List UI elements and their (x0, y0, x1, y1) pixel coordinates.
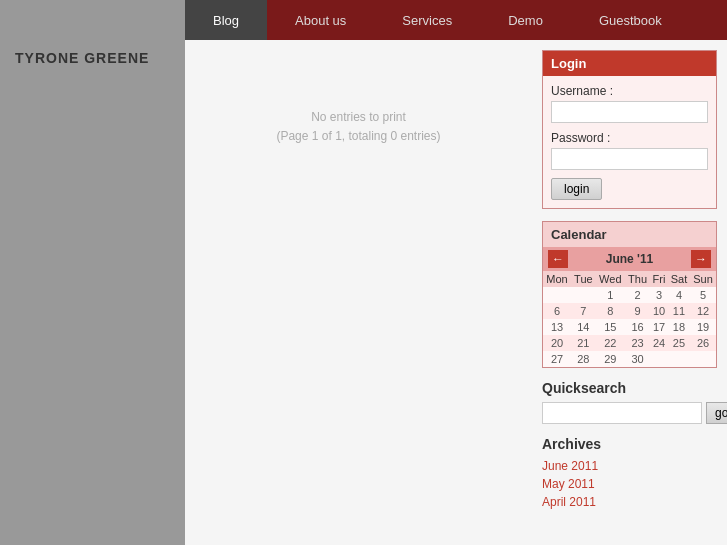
calendar-week-row: 12345 (543, 287, 716, 303)
archives-widget: Archives June 2011May 2011April 2011 (542, 436, 717, 509)
calendar-day-header: Tue (571, 271, 596, 287)
calendar-day-header: Sat (668, 271, 690, 287)
calendar-day-cell[interactable]: 19 (690, 319, 716, 335)
calendar-day-header: Sun (690, 271, 716, 287)
calendar-day-cell[interactable]: 30 (625, 351, 650, 367)
calendar-day-cell[interactable]: 11 (668, 303, 690, 319)
calendar-day-cell (571, 287, 596, 303)
calendar-day-cell (543, 287, 571, 303)
calendar-day-cell (668, 351, 690, 367)
calendar-next-button[interactable]: → (691, 250, 711, 268)
archive-link[interactable]: May 2011 (542, 477, 595, 491)
right-sidebar: Login Username : Password : login Calend… (532, 40, 727, 545)
calendar-day-header: Thu (625, 271, 650, 287)
calendar-day-cell[interactable]: 20 (543, 335, 571, 351)
archive-link[interactable]: April 2011 (542, 495, 596, 509)
nav-item-about[interactable]: About us (267, 0, 374, 40)
nav-item-blog[interactable]: Blog (185, 0, 267, 40)
calendar-day-cell[interactable]: 1 (596, 287, 625, 303)
calendar-day-cell[interactable]: 24 (650, 335, 668, 351)
calendar-day-cell[interactable]: 23 (625, 335, 650, 351)
calendar-day-cell[interactable]: 22 (596, 335, 625, 351)
archive-item: June 2011 (542, 458, 717, 473)
username-label: Username : (551, 84, 708, 98)
calendar-day-cell[interactable]: 16 (625, 319, 650, 335)
nav-item-guestbook[interactable]: Guestbook (571, 0, 690, 40)
login-title: Login (543, 51, 716, 76)
calendar-day-header: Mon (543, 271, 571, 287)
site-title: TYRONE GREENE (15, 50, 149, 66)
calendar-day-cell[interactable]: 5 (690, 287, 716, 303)
username-input[interactable] (551, 101, 708, 123)
no-entries-text: No entries to print (205, 110, 512, 124)
calendar-day-cell[interactable]: 18 (668, 319, 690, 335)
calendar-day-cell[interactable]: 6 (543, 303, 571, 319)
calendar-day-cell[interactable]: 25 (668, 335, 690, 351)
calendar-month-label: June '11 (606, 252, 654, 266)
calendar-day-cell (650, 351, 668, 367)
quicksearch-button[interactable]: go (706, 402, 727, 424)
calendar-day-cell (690, 351, 716, 367)
quicksearch-title: Quicksearch (542, 380, 717, 396)
calendar-day-cell[interactable]: 12 (690, 303, 716, 319)
calendar-days-row: MonTueWedThuFriSatSun (543, 271, 716, 287)
calendar-day-header: Wed (596, 271, 625, 287)
calendar-day-cell[interactable]: 9 (625, 303, 650, 319)
calendar-week-row: 6789101112 (543, 303, 716, 319)
content-area: No entries to print (Page 1 of 1, totali… (185, 40, 532, 545)
calendar-day-cell[interactable]: 14 (571, 319, 596, 335)
calendar-day-cell[interactable]: 7 (571, 303, 596, 319)
archive-item: April 2011 (542, 494, 717, 509)
calendar-day-cell[interactable]: 28 (571, 351, 596, 367)
calendar-day-header: Fri (650, 271, 668, 287)
calendar-prev-button[interactable]: ← (548, 250, 568, 268)
password-input[interactable] (551, 148, 708, 170)
calendar-day-cell[interactable]: 4 (668, 287, 690, 303)
pagination-text: (Page 1 of 1, totaling 0 entries) (205, 129, 512, 143)
calendar-day-cell[interactable]: 17 (650, 319, 668, 335)
calendar-body: 1234567891011121314151617181920212223242… (543, 287, 716, 367)
login-widget: Login Username : Password : login (542, 50, 717, 209)
password-label: Password : (551, 131, 708, 145)
top-navigation: Blog About us Services Demo Guestbook (185, 0, 727, 40)
calendar-day-cell[interactable]: 3 (650, 287, 668, 303)
calendar-day-cell[interactable]: 10 (650, 303, 668, 319)
nav-item-demo[interactable]: Demo (480, 0, 571, 40)
calendar-day-cell[interactable]: 2 (625, 287, 650, 303)
no-entries-section: No entries to print (Page 1 of 1, totali… (205, 110, 512, 143)
calendar-day-cell[interactable]: 8 (596, 303, 625, 319)
calendar-week-row: 20212223242526 (543, 335, 716, 351)
calendar-table: MonTueWedThuFriSatSun 123456789101112131… (543, 271, 716, 367)
calendar-day-cell[interactable]: 26 (690, 335, 716, 351)
nav-item-services[interactable]: Services (374, 0, 480, 40)
calendar-title: Calendar (551, 227, 607, 242)
calendar-header: ← June '11 → (543, 247, 716, 271)
quicksearch-input[interactable] (542, 402, 702, 424)
calendar-day-cell[interactable]: 27 (543, 351, 571, 367)
calendar-day-cell[interactable]: 29 (596, 351, 625, 367)
archive-item: May 2011 (542, 476, 717, 491)
calendar-day-cell[interactable]: 13 (543, 319, 571, 335)
calendar-day-cell[interactable]: 15 (596, 319, 625, 335)
quicksearch-row: go (542, 402, 717, 424)
archive-link[interactable]: June 2011 (542, 459, 598, 473)
archives-list: June 2011May 2011April 2011 (542, 458, 717, 509)
main-layout: No entries to print (Page 1 of 1, totali… (185, 40, 727, 545)
login-button[interactable]: login (551, 178, 602, 200)
quicksearch-widget: Quicksearch go (542, 380, 717, 424)
calendar-day-cell[interactable]: 21 (571, 335, 596, 351)
login-form: Username : Password : login (543, 76, 716, 208)
archives-title: Archives (542, 436, 717, 452)
calendar-week-row: 13141516171819 (543, 319, 716, 335)
calendar-week-row: 27282930 (543, 351, 716, 367)
calendar-widget: Calendar ← June '11 → MonTueWedThuFriSat… (542, 221, 717, 368)
